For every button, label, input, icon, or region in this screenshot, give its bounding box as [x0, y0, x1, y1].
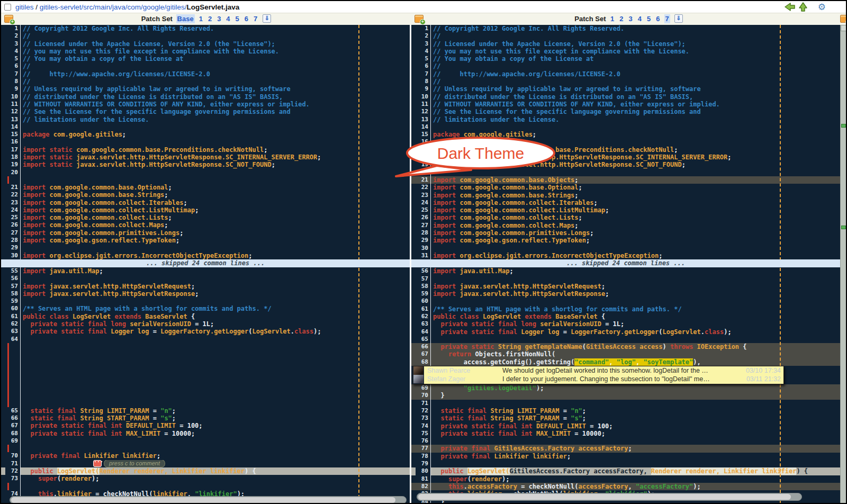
- line-number[interactable]: 29: [5, 244, 20, 251]
- line-number[interactable]: 69: [416, 384, 430, 392]
- line-number[interactable]: [5, 445, 20, 452]
- patchset-2-link[interactable]: 2: [618, 14, 624, 23]
- line-number[interactable]: 22: [416, 184, 430, 191]
- line-number[interactable]: 60: [416, 298, 430, 305]
- skipped-lines-bar[interactable]: ... skipped 24 common lines ...: [1, 259, 410, 267]
- patchset-2-link[interactable]: 2: [207, 14, 213, 23]
- line-number[interactable]: 72: [416, 407, 430, 415]
- file-reviewed-checkbox[interactable]: [4, 4, 11, 11]
- patchset-1-link[interactable]: 1: [198, 14, 204, 23]
- line-number[interactable]: 4: [416, 48, 430, 55]
- vertical-scrollbar[interactable]: [840, 25, 846, 503]
- line-number[interactable]: 18: [5, 154, 20, 161]
- line-number[interactable]: 64: [5, 336, 20, 343]
- patchset-7-link[interactable]: 7: [253, 14, 258, 23]
- line-number[interactable]: 15: [5, 131, 20, 138]
- horizontal-scrollbar-right[interactable]: [417, 493, 802, 501]
- line-number[interactable]: 9: [416, 85, 430, 93]
- patchset-6-link[interactable]: 6: [244, 14, 249, 23]
- line-number[interactable]: 59: [416, 290, 430, 298]
- comment-row[interactable]: Shawn PearceWe should get logDetail work…: [424, 366, 783, 375]
- comment-bubble-icon[interactable]: [93, 460, 102, 467]
- patchset-base-link[interactable]: Base: [176, 14, 195, 23]
- line-number[interactable]: 71: [5, 460, 20, 467]
- line-number[interactable]: 63: [416, 320, 430, 328]
- breadcrumb-project-link[interactable]: gitiles: [15, 3, 34, 11]
- patchset-5-link[interactable]: 5: [235, 14, 240, 23]
- inline-comment-thread[interactable]: Shawn PearceWe should get logDetail work…: [412, 366, 784, 384]
- line-number[interactable]: 12: [5, 108, 20, 115]
- line-number[interactable]: 82: [416, 483, 430, 490]
- line-number[interactable]: 74: [416, 422, 430, 430]
- line-number[interactable]: 27: [5, 229, 20, 237]
- line-number[interactable]: 66: [416, 343, 430, 350]
- line-number[interactable]: 2: [416, 32, 430, 40]
- line-number[interactable]: 28: [416, 229, 430, 237]
- line-number[interactable]: 9: [5, 85, 20, 93]
- line-number[interactable]: 67: [5, 422, 20, 429]
- line-number[interactable]: 81: [416, 475, 430, 483]
- patchset-6-link[interactable]: 6: [655, 14, 661, 23]
- line-number[interactable]: [5, 483, 20, 490]
- line-number[interactable]: 28: [5, 237, 20, 244]
- line-number[interactable]: 31: [416, 252, 430, 259]
- line-number[interactable]: 16: [5, 138, 20, 146]
- line-number[interactable]: 65: [416, 336, 430, 343]
- line-number[interactable]: 7: [416, 70, 430, 78]
- line-number[interactable]: 56: [416, 267, 430, 275]
- line-number[interactable]: 25: [5, 214, 20, 221]
- line-number[interactable]: 58: [416, 283, 430, 290]
- line-number[interactable]: 56: [5, 275, 20, 282]
- line-number[interactable]: 5: [416, 55, 430, 62]
- line-number[interactable]: 67: [416, 350, 430, 358]
- line-number[interactable]: 8: [416, 78, 430, 85]
- line-number[interactable]: 7: [5, 70, 20, 78]
- prev-file-arrow-icon[interactable]: [784, 2, 796, 12]
- line-number[interactable]: 76: [416, 437, 430, 445]
- line-number[interactable]: 6: [416, 62, 430, 70]
- line-number[interactable]: [5, 176, 20, 184]
- line-number[interactable]: 2: [5, 32, 20, 40]
- line-number[interactable]: 21: [5, 184, 20, 191]
- horizontal-scrollbar-left[interactable]: [10, 496, 407, 503]
- line-number[interactable]: 80: [416, 467, 430, 475]
- line-number[interactable]: 27: [416, 222, 430, 229]
- breadcrumb-path-link[interactable]: gitiles-servlet/src/main/java/com/google…: [40, 3, 187, 11]
- line-number[interactable]: 1: [5, 25, 20, 32]
- settings-gear-icon[interactable]: ⚙: [818, 3, 826, 12]
- line-number[interactable]: 26: [5, 221, 20, 229]
- scroll-up-button[interactable]: [841, 25, 846, 31]
- line-number[interactable]: 23: [5, 199, 20, 206]
- line-number[interactable]: 57: [416, 275, 430, 283]
- line-number[interactable]: 24: [5, 206, 20, 214]
- comment-row[interactable]: Stefan ZagerI defer to your judgement. C…: [424, 375, 783, 383]
- download-patch-icon[interactable]: [674, 14, 683, 23]
- line-number[interactable]: 29: [416, 237, 430, 244]
- reviewed-flag-icon[interactable]: [840, 15, 846, 23]
- line-number[interactable]: 61: [5, 313, 20, 320]
- patchset-4-link[interactable]: 4: [637, 14, 643, 23]
- line-number[interactable]: [5, 343, 20, 407]
- line-number[interactable]: 62: [5, 320, 20, 328]
- comment-marker[interactable]: [841, 124, 846, 128]
- up-to-change-arrow-icon[interactable]: [798, 2, 808, 12]
- line-number[interactable]: 70: [416, 392, 430, 399]
- line-number[interactable]: 62: [416, 313, 430, 320]
- line-number[interactable]: 58: [5, 290, 20, 298]
- patchset-7-link[interactable]: 7: [664, 14, 670, 23]
- line-number[interactable]: 10: [416, 93, 430, 101]
- line-number[interactable]: 73: [5, 475, 20, 482]
- line-number[interactable]: 68: [5, 430, 20, 437]
- line-number[interactable]: 25: [416, 206, 430, 214]
- line-number[interactable]: 26: [416, 214, 430, 221]
- line-number[interactable]: 5: [5, 55, 20, 62]
- line-number[interactable]: 23: [416, 192, 430, 199]
- line-number[interactable]: 17: [5, 146, 20, 154]
- line-number[interactable]: 13: [416, 116, 430, 123]
- line-number[interactable]: 79: [416, 460, 430, 467]
- line-number[interactable]: 3: [5, 40, 20, 48]
- line-number[interactable]: 69: [5, 437, 20, 445]
- line-number[interactable]: 12: [416, 108, 430, 115]
- line-number[interactable]: 78: [416, 453, 430, 460]
- line-number[interactable]: 1: [416, 25, 430, 32]
